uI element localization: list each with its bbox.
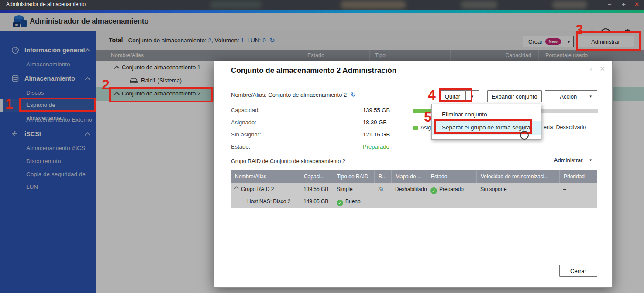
accion-label: Acción — [560, 93, 577, 100]
detail-label: Capacidad: — [231, 107, 260, 113]
raid-capacity: 139.55 GB — [300, 183, 333, 195]
cursor-hand-icon: ☝ — [520, 125, 525, 135]
cerrar-label: Cerrar — [570, 268, 586, 274]
chevron-down-icon: ▾ — [589, 94, 592, 99]
raid-map: Deshabilitado — [391, 183, 427, 195]
annotation-number-5: 5 — [424, 110, 432, 124]
chevron-down-icon: ▾ — [589, 158, 592, 162]
pool-name-text: Nombre/Alias: Conjunto de almacenamiento… — [231, 92, 347, 98]
raid-status: Preparado — [439, 186, 464, 192]
raid-col-velocidad[interactable]: Velocidad de resincronizaci... — [476, 170, 559, 183]
raid-administrar-label: Administrar — [554, 157, 583, 164]
window-tab-title: Administrador de almacenamiento — [6, 1, 86, 7]
detail-label: Estado: — [231, 143, 250, 150]
alert-threshold-text: erta: Desactivado — [544, 124, 586, 130]
annotation-box-4 — [439, 88, 472, 102]
minimize-button[interactable]: – — [608, 0, 611, 8]
raid-table-row-disk[interactable]: Host NAS: Disco 2 149.05 GB ✓Bueno — [231, 195, 597, 208]
raid-type: Simple — [333, 183, 374, 195]
disk-capacity: 149.05 GB — [300, 195, 333, 208]
maximize-button[interactable]: + — [622, 0, 626, 8]
background-blob — [552, 1, 587, 9]
detail-label: Asignado: — [231, 119, 256, 126]
detail-value: 121.16 GB — [363, 131, 390, 138]
disk-name: Host NAS: Disco 2 — [247, 198, 290, 204]
status-value: Preparado — [363, 143, 389, 150]
pool-name-line: Nombre/Alias: Conjunto de almacenamiento… — [231, 91, 356, 98]
raid-resync-speed: Sin soporte — [476, 183, 559, 195]
raid-group-name: Grupo RAID 2 — [241, 186, 274, 192]
detail-label: Sin asignar: — [231, 131, 261, 138]
raid-administrar-button[interactable]: Administrar ▾ — [545, 154, 597, 166]
background-blob — [461, 1, 498, 9]
dialog-close-icon[interactable]: ✕ — [599, 65, 605, 73]
raid-table-row-group[interactable]: Grupo RAID 2 139.55 GB Simple Sí Deshabi… — [231, 183, 597, 195]
background-blob — [341, 1, 406, 9]
refresh-icon[interactable]: ↻ — [351, 91, 356, 98]
raid-bitmap: Sí — [374, 183, 391, 195]
annotation-box-2 — [109, 87, 213, 102]
raid-col-estado[interactable]: Estado — [427, 170, 476, 183]
detail-value: 18.39 GB — [363, 119, 387, 126]
raid-col-mapa[interactable]: Mapa de ... — [391, 170, 427, 183]
legend-green-square — [413, 126, 418, 130]
raid-group-table: Nombre/Alias Capaci... Tipo de RAID B...… — [231, 170, 597, 208]
disk-status: Bueno — [345, 198, 361, 204]
storage-manager-window: Administrador de almacenamiento – + ✕ IO… — [0, 0, 644, 293]
annotation-box-1 — [19, 98, 96, 112]
close-button[interactable]: ✕ — [634, 0, 640, 8]
window-titlebar: Administrador de almacenamiento – + ✕ — [0, 0, 644, 10]
accent-gradient-bar — [0, 10, 644, 13]
dialog-popout-icon[interactable]: + — [589, 65, 593, 72]
detail-value: 139.55 GB — [363, 107, 390, 113]
accion-button[interactable]: Acción ▾ — [545, 90, 597, 102]
raid-col-b[interactable]: B... — [374, 170, 391, 183]
raid-col-tipo[interactable]: Tipo de RAID — [333, 170, 374, 183]
raid-col-nombre[interactable]: Nombre/Alias — [231, 170, 300, 183]
raid-col-capacidad[interactable]: Capaci... — [300, 170, 333, 183]
raid-group-section-label: Grupo RAID de Conjunto de almacenamiento… — [231, 158, 345, 164]
chevron-up-icon — [234, 187, 239, 191]
dialog-title: Conjunto de almacenamiento 2 Administrac… — [231, 66, 396, 75]
check-circle-icon: ✓ — [337, 200, 343, 206]
annotation-box-5 — [434, 119, 532, 134]
annotation-number-4: 4 — [428, 88, 436, 102]
expandir-conjunto-button[interactable]: Expandir conjunto — [487, 90, 542, 102]
annotation-number-2: 2 — [102, 78, 110, 92]
raid-col-prioridad[interactable]: Prioridad — [559, 170, 597, 183]
annotation-number-1: 1 — [5, 97, 13, 111]
check-circle-icon: ✓ — [430, 187, 437, 194]
cerrar-button[interactable]: Cerrar — [559, 265, 597, 277]
raid-table-header: Nombre/Alias Capaci... Tipo de RAID B...… — [231, 170, 597, 183]
legend-text: Asig — [420, 125, 431, 131]
pool-administration-dialog: Conjunto de almacenamiento 2 Administrac… — [214, 61, 613, 288]
cursor-click-ring — [520, 131, 529, 140]
dialog-titlebar: Conjunto de almacenamiento 2 Administrac… — [214, 61, 612, 80]
raid-priority: – — [559, 183, 597, 195]
expandir-label: Expandir conjunto — [492, 93, 537, 100]
background-blob — [210, 1, 262, 9]
annotation-box-3 — [576, 31, 641, 51]
